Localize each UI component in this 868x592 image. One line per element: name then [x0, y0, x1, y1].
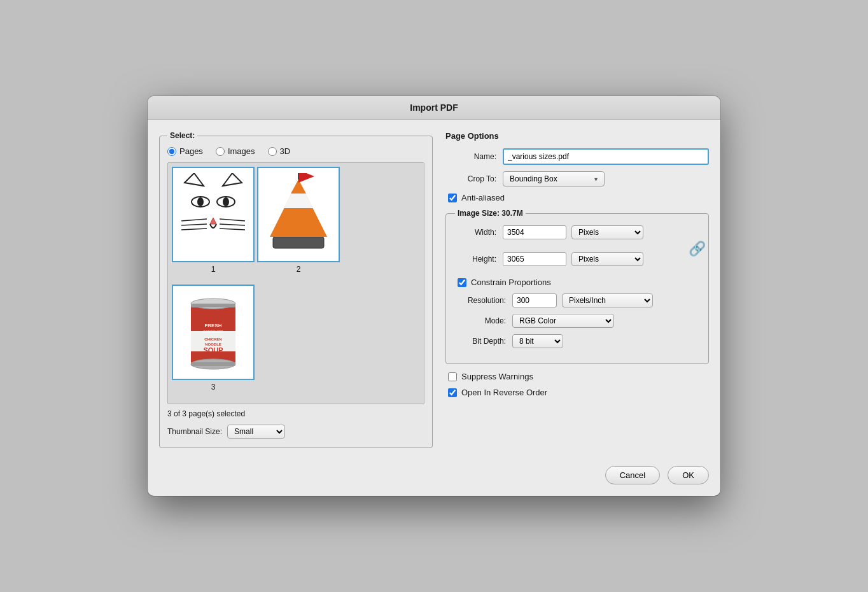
image-size-legend: Image Size: 30.7M	[455, 209, 526, 218]
dialog-body: Select: Pages Images 3D	[148, 120, 720, 460]
svg-text:CONDENSED: CONDENSED	[203, 330, 223, 334]
crop-to-dropdown[interactable]: Bounding Box ▾	[503, 171, 605, 187]
svg-rect-33	[191, 362, 235, 366]
dialog-title: Import PDF	[410, 102, 458, 113]
resolution-row: Resolution: Pixels/Inch Pixels/Centimete…	[455, 293, 699, 307]
dialog-footer: Cancel OK	[148, 460, 720, 496]
thumbnail-2[interactable]: 2	[257, 167, 340, 282]
bit-depth-select[interactable]: 1 bit 8 bit 16 bit 32 bit	[512, 334, 563, 348]
thumbnail-size-row: Thumbnail Size: Small Medium Large	[167, 425, 424, 439]
open-reverse-label[interactable]: Open In Reverse Order	[461, 388, 547, 397]
page1-image	[178, 173, 248, 256]
svg-point-5	[197, 197, 204, 206]
thumb-label-3: 3	[211, 383, 216, 391]
crop-to-arrow-icon: ▾	[594, 176, 598, 183]
status-bar: 3 of 3 page(s) selected	[167, 404, 424, 421]
svg-point-6	[223, 197, 229, 206]
selection-status: 3 of 3 page(s) selected	[167, 409, 245, 418]
name-label: Name:	[445, 152, 496, 161]
svg-text:SOUP: SOUP	[203, 346, 223, 354]
svg-rect-15	[273, 237, 324, 248]
radio-3d[interactable]: 3D	[268, 146, 291, 156]
radio-pages[interactable]: Pages	[167, 146, 203, 156]
width-label: Width:	[455, 228, 496, 237]
width-row: Width: Pixels Inches Centimeters Millime…	[455, 225, 699, 239]
open-reverse-row: Open In Reverse Order	[445, 388, 709, 397]
thumbnail-grid: 1	[167, 162, 424, 404]
constrain-row: Constrain Proportions	[455, 278, 699, 287]
right-panel: Page Options Name: Crop To: Bounding Box…	[445, 131, 709, 448]
radio-images-input[interactable]	[216, 147, 225, 156]
thumbnail-3[interactable]: FRESH CONDENSED CHICKEN NOODLE SOUP	[172, 285, 255, 400]
resolution-input[interactable]	[512, 293, 557, 307]
constrain-checkbox[interactable]	[458, 278, 466, 287]
radio-3d-label: 3D	[280, 146, 291, 156]
image-size-fieldset: Image Size: 30.7M Width: Pixels Inches C…	[445, 209, 709, 364]
anti-aliased-label[interactable]: Anti-aliased	[461, 193, 505, 202]
suppress-warnings-label[interactable]: Suppress Warnings	[461, 372, 533, 381]
bit-depth-label: Bit Depth:	[455, 337, 506, 346]
crop-to-row: Crop To: Bounding Box ▾	[445, 171, 709, 187]
resolution-unit-select[interactable]: Pixels/Inch Pixels/Centimeter	[562, 293, 653, 307]
svg-rect-0	[178, 173, 248, 256]
select-fieldset: Select: Pages Images 3D	[159, 131, 433, 448]
page2-image	[263, 173, 333, 256]
thumb-label-2: 2	[297, 265, 301, 274]
svg-text:FRESH: FRESH	[204, 323, 221, 328]
width-unit-select[interactable]: Pixels Inches Centimeters Millimeters	[571, 225, 643, 239]
anti-aliased-checkbox[interactable]	[448, 194, 457, 202]
mode-select[interactable]: Bitmap Grayscale RGB Color CMYK Color La…	[512, 314, 614, 328]
width-input[interactable]	[503, 225, 566, 239]
constrain-label[interactable]: Constrain Proportions	[471, 278, 551, 287]
open-reverse-checkbox[interactable]	[448, 388, 457, 397]
radio-images-label: Images	[228, 146, 255, 156]
thumb-frame-2	[257, 167, 340, 262]
resolution-label: Resolution:	[455, 296, 506, 305]
anti-aliased-row: Anti-aliased	[445, 193, 709, 202]
ok-button[interactable]: OK	[668, 466, 709, 484]
svg-text:CHICKEN: CHICKEN	[204, 337, 221, 341]
radio-pages-label: Pages	[179, 146, 203, 156]
left-panel: Select: Pages Images 3D	[159, 131, 433, 448]
thumb-frame-1	[172, 167, 255, 262]
cancel-button[interactable]: Cancel	[605, 466, 660, 484]
dialog-titlebar: Import PDF	[148, 96, 720, 120]
suppress-warnings-row: Suppress Warnings	[445, 372, 709, 381]
select-legend: Select:	[167, 131, 197, 140]
select-radio-group: Pages Images 3D	[167, 146, 424, 156]
height-unit-select[interactable]: Pixels Inches Centimeters Millimeters	[571, 252, 643, 266]
import-pdf-dialog: Import PDF Select: Pages Images	[148, 96, 720, 496]
mode-row: Mode: Bitmap Grayscale RGB Color CMYK Co…	[455, 314, 699, 328]
height-row: Height: Pixels Inches Centimeters Millim…	[455, 252, 699, 266]
size-inputs-wrapper: Width: Pixels Inches Centimeters Millime…	[455, 225, 699, 272]
bit-depth-row: Bit Depth: 1 bit 8 bit 16 bit 32 bit	[455, 334, 699, 348]
crop-to-label: Crop To:	[445, 174, 496, 183]
name-row: Name:	[445, 148, 709, 165]
thumb-label-1: 1	[211, 265, 216, 274]
name-input[interactable]	[503, 148, 709, 165]
thumbnail-size-label: Thumbnail Size:	[167, 427, 222, 436]
crop-to-value: Bounding Box	[510, 174, 557, 183]
chain-link-icon[interactable]: 🔗	[689, 241, 706, 257]
thumbnail-size-select[interactable]: Small Medium Large	[227, 425, 285, 439]
thumbnail-1[interactable]: 1	[172, 167, 255, 282]
radio-pages-input[interactable]	[167, 147, 176, 156]
svg-rect-32	[191, 304, 235, 307]
mode-label: Mode:	[455, 316, 506, 325]
height-input[interactable]	[503, 252, 566, 266]
page3-image: FRESH CONDENSED CHICKEN NOODLE SOUP	[178, 291, 248, 374]
height-label: Height:	[455, 255, 496, 264]
suppress-warnings-checkbox[interactable]	[448, 372, 457, 381]
radio-images[interactable]: Images	[216, 146, 255, 156]
page-options-title: Page Options	[445, 131, 709, 141]
thumb-frame-3: FRESH CONDENSED CHICKEN NOODLE SOUP	[172, 285, 255, 380]
radio-3d-input[interactable]	[268, 147, 277, 156]
